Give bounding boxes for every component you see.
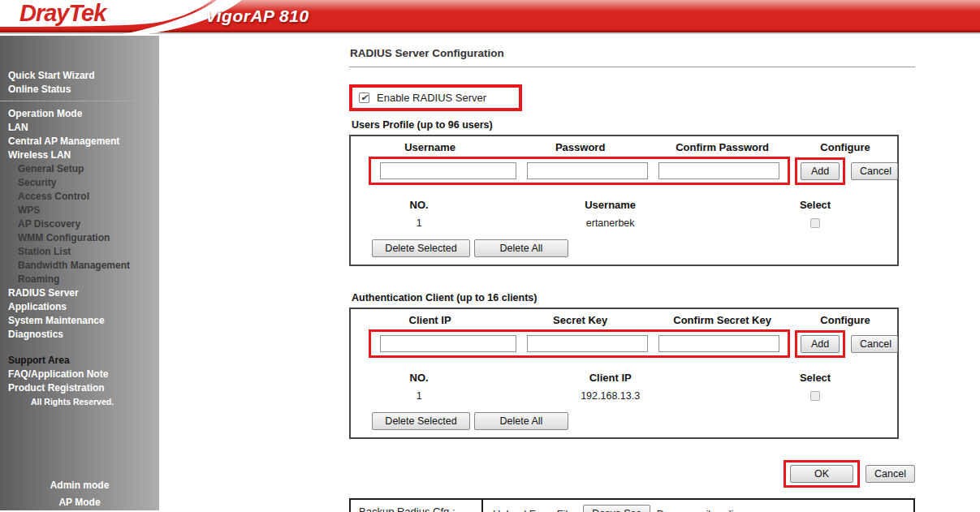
sidebar-item-online-status[interactable]: Online Status — [0, 82, 159, 96]
app-header: DrayTek VigorAP 810 — [0, 0, 980, 34]
cancel-button[interactable]: Cancel — [866, 465, 915, 483]
client-row-select-checkbox[interactable] — [810, 391, 820, 401]
client-cancel-button[interactable]: Cancel — [851, 335, 898, 353]
rights-reserved-note: All Rights Reserved. — [0, 397, 159, 407]
annotation-box-client-inputs — [369, 329, 790, 358]
sidebar-item-radius-server[interactable]: RADIUS Server — [0, 286, 159, 299]
sidebar-item-faq-application-note[interactable]: FAQ/Application Note — [0, 367, 159, 381]
client-delete-all-button[interactable]: Delete All — [474, 412, 568, 430]
auth-client-title: Authentication Client (up to 16 clients) — [352, 292, 980, 303]
user-add-button[interactable]: Add — [801, 162, 840, 180]
ok-button[interactable]: OK — [790, 465, 853, 483]
col-select: Select — [733, 199, 897, 211]
col-secret-key: Secret Key — [509, 314, 651, 329]
sidebar-item-quick-start-wizard[interactable]: Quick Start Wizard — [0, 68, 159, 82]
client-add-button[interactable]: Add — [801, 335, 840, 353]
table-row: 1 ertanerbek — [351, 217, 897, 229]
sidebar-item-general-setup[interactable]: General Setup — [0, 161, 159, 175]
ap-mode-link[interactable]: AP Mode — [0, 497, 159, 508]
user-delete-all-button[interactable]: Delete All — [474, 239, 568, 257]
secret-key-input[interactable] — [527, 335, 648, 352]
col-password: Password — [509, 141, 651, 157]
sidebar-item-wireless-lan[interactable]: Wireless LAN — [0, 148, 159, 161]
upload-from-file-label: Upload From File: — [493, 508, 576, 512]
sidebar-item-bandwidth-management[interactable]: Bandwidth Management — [0, 258, 159, 272]
backup-label: Backup Radius Cfg : — [359, 506, 473, 512]
sidebar-spacer — [0, 341, 159, 353]
check-icon: ✔ — [360, 93, 368, 102]
auth-client-table: Client IP Secret Key Confirm Secret Key … — [349, 308, 899, 439]
sidebar-item-diagnostics[interactable]: Diagnostics — [0, 327, 159, 341]
col-username: Username — [351, 141, 509, 157]
sidebar-item-station-list[interactable]: Station List — [0, 244, 159, 258]
annotation-box-enable: ✔ Enable RADIUS Server — [349, 84, 522, 111]
sidebar-divider — [0, 101, 159, 101]
col-configure-auth: Configure — [793, 314, 897, 329]
col-no: NO. — [351, 199, 487, 211]
sidebar-item-wps[interactable]: WPS — [0, 203, 159, 217]
file-status-text: Dosya seçilmedi — [657, 508, 734, 512]
sidebar-item-security[interactable]: Security — [0, 175, 159, 189]
confirm-secret-key-input[interactable] — [658, 335, 779, 352]
sidebar-item-applications[interactable]: Applications — [0, 299, 159, 313]
users-profile-table: Username Password Confirm Password Confi… — [349, 135, 899, 266]
sidebar-item-ap-discovery[interactable]: AP Discovery — [0, 217, 159, 230]
main-content: RADIUS Server Configuration ✔ Enable RAD… — [159, 36, 980, 510]
annotation-box-ok: OK — [784, 460, 860, 488]
col-confirm-password: Confirm Password — [651, 141, 793, 157]
table-row: 1 192.168.13.3 — [351, 390, 897, 402]
sidebar-item-access-control[interactable]: Access Control — [0, 189, 159, 203]
sidebar-item-lan[interactable]: LAN — [0, 120, 159, 134]
annotation-box-user-inputs — [369, 157, 790, 185]
user-row-username: ertanerbek — [487, 217, 733, 229]
sidebar-heading-support-area: Support Area — [0, 353, 159, 367]
sidebar-item-product-registration[interactable]: Product Registration — [0, 381, 159, 394]
username-input[interactable] — [380, 162, 516, 179]
col-username-list: Username — [487, 199, 733, 211]
title-divider — [349, 67, 915, 67]
col-configure: Configure — [793, 141, 897, 157]
page: DrayTek VigorAP 810 Quick Start Wizard O… — [0, 0, 980, 512]
user-row-select-checkbox[interactable] — [810, 218, 820, 228]
sidebar-item-wmm-configuration[interactable]: WMM Configuration — [0, 230, 159, 244]
backup-restore-panel: Backup Radius Cfg : Backup Upload From F… — [349, 498, 915, 512]
sidebar-item-central-ap-management[interactable]: Central AP Management — [0, 134, 159, 148]
page-title: RADIUS Server Configuration — [350, 47, 980, 59]
admin-mode-label: Admin mode — [0, 480, 159, 491]
draytek-logo: DrayTek — [19, 0, 106, 27]
col-no-auth: NO. — [351, 372, 487, 384]
enable-radius-checkbox[interactable]: ✔ — [359, 93, 369, 103]
sidebar: Quick Start Wizard Online Status Operati… — [0, 36, 159, 510]
mode-switcher: Admin mode AP Mode — [0, 480, 159, 510]
col-select-auth: Select — [733, 372, 897, 384]
client-delete-selected-button[interactable]: Delete Selected — [372, 412, 470, 430]
annotation-box-client-add: Add — [795, 330, 845, 358]
enable-radius-label: Enable RADIUS Server — [377, 92, 486, 104]
user-row-no: 1 — [351, 217, 487, 229]
model-name: VigorAP 810 — [205, 6, 309, 26]
client-ip-input[interactable] — [380, 335, 516, 352]
users-profile-title: Users Profile (up to 96 users) — [352, 119, 980, 131]
choose-file-button[interactable]: Dosya Seç — [583, 505, 650, 512]
password-input[interactable] — [527, 162, 648, 179]
user-delete-selected-button[interactable]: Delete Selected — [372, 239, 470, 257]
col-confirm-secret-key: Confirm Secret Key — [651, 314, 793, 329]
col-client-ip: Client IP — [351, 314, 509, 329]
client-row-no: 1 — [351, 390, 487, 402]
client-row-ip: 192.168.13.3 — [487, 390, 733, 402]
sidebar-item-system-maintenance[interactable]: System Maintenance — [0, 313, 159, 327]
sidebar-item-operation-mode[interactable]: Operation Mode — [0, 106, 159, 120]
confirm-password-input[interactable] — [658, 162, 779, 179]
user-cancel-button[interactable]: Cancel — [851, 162, 898, 180]
annotation-box-user-add: Add — [795, 157, 845, 185]
sidebar-item-roaming[interactable]: Roaming — [0, 272, 159, 286]
col-client-ip-list: Client IP — [487, 372, 733, 384]
